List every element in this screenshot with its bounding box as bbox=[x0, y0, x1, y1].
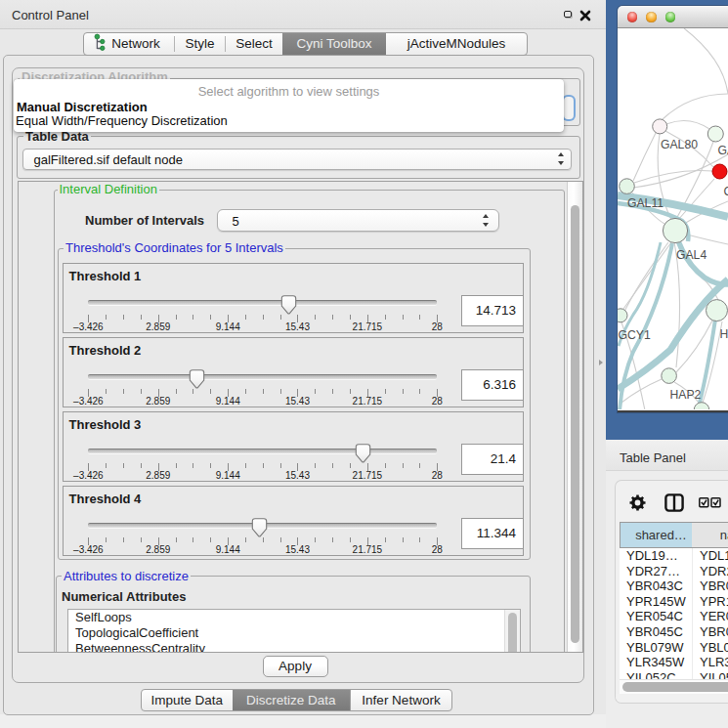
svg-text:GAL11: GAL11 bbox=[627, 196, 664, 210]
svg-text:HIS4: HIS4 bbox=[720, 327, 728, 341]
svg-text:GCY1: GCY1 bbox=[619, 328, 651, 342]
svg-text:HAP2: HAP2 bbox=[670, 388, 702, 402]
svg-text:GAL2: GAL2 bbox=[718, 144, 728, 157]
svg-text:CYC8: CYC8 bbox=[724, 185, 728, 198]
svg-text:GAL4: GAL4 bbox=[676, 248, 707, 262]
svg-text:GAL80: GAL80 bbox=[661, 138, 698, 151]
